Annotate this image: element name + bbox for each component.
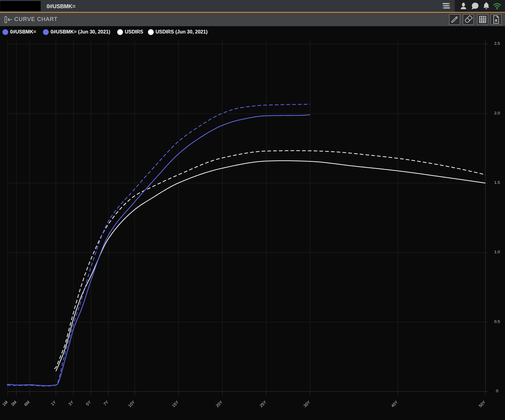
svg-text:40Y: 40Y [390,400,399,408]
svg-text:2.0: 2.0 [494,111,500,115]
svg-text:3Y: 3Y [68,400,74,407]
svg-text:2.5: 2.5 [494,41,500,46]
svg-text:20Y: 20Y [215,400,223,408]
svg-text:5Y: 5Y [85,400,92,407]
svg-text:0: 0 [496,389,498,393]
svg-text:1.0: 1.0 [494,250,500,254]
svg-text:10Y: 10Y [127,400,136,408]
svg-text:25Y: 25Y [259,400,267,408]
svg-text:6M: 6M [23,400,30,407]
svg-text:15Y: 15Y [171,400,180,408]
svg-text:7Y: 7Y [103,400,109,407]
svg-text:1.5: 1.5 [494,180,500,185]
svg-text:30Y: 30Y [303,400,311,408]
svg-text:1M: 1M [2,400,9,407]
svg-text:1Y: 1Y [50,400,57,407]
svg-text:0.5: 0.5 [494,319,500,324]
svg-text:50Y: 50Y [478,400,486,408]
svg-text:3M: 3M [10,400,17,407]
